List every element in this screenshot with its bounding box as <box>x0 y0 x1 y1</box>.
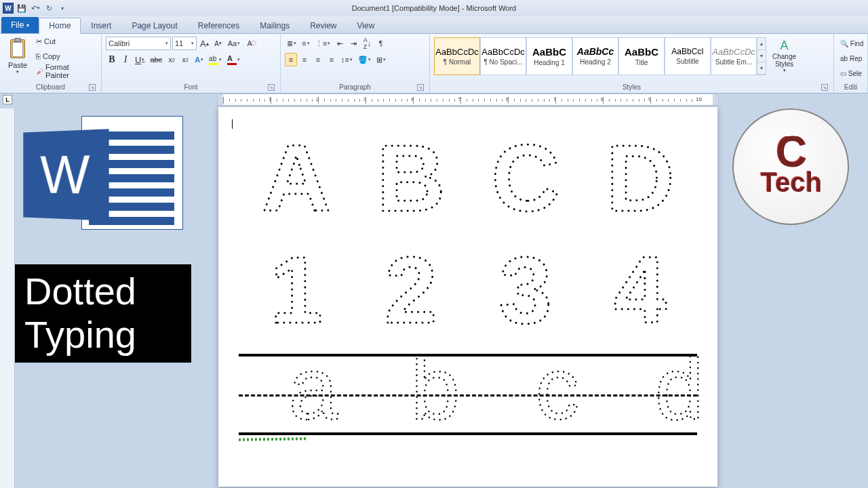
clear-formatting-button[interactable]: A◇ <box>243 37 256 50</box>
highlight-button[interactable]: ab▾ <box>207 53 224 66</box>
dialog-launcher-icon[interactable]: ↘ <box>417 84 424 91</box>
svg-text:D: D <box>606 127 674 227</box>
save-icon[interactable]: 💾 <box>16 3 27 14</box>
qat-more-icon[interactable]: ▾ <box>57 3 68 14</box>
strikethrough-button[interactable]: abc <box>148 53 164 66</box>
increase-indent-button[interactable]: ⇥ <box>347 37 359 50</box>
tab-page-layout[interactable]: Page Layout <box>121 17 187 33</box>
document-page[interactable]: ABCD 1234 abcd <box>218 107 717 487</box>
align-left-button[interactable]: ≡ <box>285 53 297 66</box>
word-logo-overlay: W <box>20 112 183 241</box>
replace-button[interactable]: ab Rep <box>838 52 863 65</box>
tab-view[interactable]: View <box>347 17 385 33</box>
style-nospaci[interactable]: AaBbCcDc¶ No Spaci... <box>480 37 526 75</box>
group-clipboard: Paste▾ ✂ Cut ⎘ Copy 🖌 Format Painter Cli… <box>0 34 102 93</box>
ribbon-tabs: File▾ Home Insert Page Layout References… <box>0 16 868 34</box>
horizontal-ruler[interactable]: 12345678910 <box>217 94 719 106</box>
undo-icon[interactable]: ↶▾ <box>30 3 41 14</box>
vertical-ruler[interactable] <box>0 108 15 488</box>
svg-text:3: 3 <box>499 239 552 339</box>
paste-button[interactable]: Paste▾ <box>4 36 31 77</box>
multilevel-button[interactable]: ⋮≡▾ <box>313 37 332 50</box>
text-effects-button[interactable]: A▾ <box>193 53 205 66</box>
subscript-button[interactable]: x2 <box>165 53 178 66</box>
paste-icon <box>7 38 28 61</box>
superscript-button[interactable]: x2 <box>179 53 191 66</box>
group-font: Calibri▾ 11▾ A▴ A▾ Aa▾ A◇ B I U▾ abc x2 … <box>102 34 281 93</box>
align-right-button[interactable]: ≡ <box>312 53 324 66</box>
svg-text:c: c <box>536 351 580 431</box>
shading-button[interactable]: 🪣▾ <box>356 53 373 66</box>
cut-button[interactable]: ✂ Cut <box>34 35 95 48</box>
svg-text:a: a <box>289 351 338 431</box>
group-label: Font↘ <box>106 82 276 93</box>
word-app-icon[interactable]: W <box>3 3 14 14</box>
scissors-icon: ✂ <box>36 37 42 46</box>
select-button[interactable]: ▭ Sele <box>838 66 863 80</box>
redo-icon[interactable]: ↻ <box>43 3 54 14</box>
find-button[interactable]: 🔍 Find <box>838 37 863 50</box>
style-title[interactable]: AaBbCTitle <box>618 37 665 75</box>
brush-icon: 🖌 <box>36 67 43 75</box>
text-cursor <box>232 119 233 129</box>
copy-button[interactable]: ⎘ Copy <box>34 49 95 63</box>
bucket-icon: 🪣 <box>358 56 368 64</box>
dotted-char: B <box>368 127 454 227</box>
tab-references[interactable]: References <box>188 17 250 33</box>
format-painter-button[interactable]: 🖌 Format Painter <box>34 64 95 78</box>
borders-button[interactable]: ⊞▾ <box>374 53 388 66</box>
copy-icon: ⎘ <box>36 52 41 60</box>
svg-text:1: 1 <box>270 239 323 339</box>
align-center-button[interactable]: ≡ <box>298 53 311 66</box>
dotted-char: b <box>388 351 483 431</box>
style-subtleem[interactable]: AaBbCcDcSubtle Em... <box>711 37 757 75</box>
dotted-char: 2 <box>368 239 454 339</box>
style-heading2[interactable]: AaBbCcHeading 2 <box>572 37 618 75</box>
shrink-font-button[interactable]: A▾ <box>212 37 224 50</box>
dialog-launcher-icon[interactable]: ↘ <box>268 84 275 91</box>
style-subtitle[interactable]: AaBbCcISubtitle <box>665 37 711 75</box>
ctech-logo-overlay: C Tech <box>732 108 849 225</box>
font-color-button[interactable]: A▾ <box>225 53 242 66</box>
tab-home[interactable]: Home <box>39 18 81 34</box>
font-name-select[interactable]: Calibri▾ <box>106 37 171 50</box>
svg-text:d: d <box>655 351 704 431</box>
grow-font-button[interactable]: A▴ <box>198 37 211 50</box>
dotted-char: c <box>510 351 605 431</box>
dotted-char: 3 <box>483 239 568 339</box>
dotted-char: C <box>483 127 568 227</box>
change-styles-button[interactable]: AChangeStyles▾ <box>769 37 800 75</box>
styles-more[interactable]: ▴▾▾ <box>757 37 766 75</box>
dotted-char: A <box>254 127 339 227</box>
numbering-button[interactable]: ≡▾ <box>300 37 312 50</box>
underline-button[interactable]: U▾ <box>133 53 146 66</box>
line-spacing-button[interactable]: ↕≡▾ <box>339 53 355 66</box>
group-editing: 🔍 Find ab Rep ▭ Sele Editi <box>834 34 868 93</box>
replace-icon: ab <box>840 55 848 62</box>
tab-file[interactable]: File▾ <box>1 17 39 33</box>
decrease-indent-button[interactable]: ⇤ <box>334 37 346 50</box>
group-label: Styles↘ <box>434 82 829 93</box>
change-case-button[interactable]: Aa▾ <box>226 37 242 50</box>
italic-button[interactable]: I <box>119 53 132 66</box>
show-marks-button[interactable]: ¶ <box>374 37 387 50</box>
style-normal[interactable]: AaBbCcDc¶ Normal <box>434 37 480 75</box>
tab-mailings[interactable]: Mailings <box>250 17 300 33</box>
font-size-select[interactable]: 11▾ <box>172 37 197 50</box>
justify-button[interactable]: ≡ <box>326 53 338 66</box>
style-heading1[interactable]: AaBbCHeading 1 <box>526 37 572 75</box>
tab-review[interactable]: Review <box>300 17 347 33</box>
tab-selector[interactable]: L <box>3 95 12 104</box>
svg-text:A: A <box>262 127 330 227</box>
group-paragraph: ≣▾ ≡▾ ⋮≡▾ ⇤ ⇥ AZ↓ ¶ ≡ ≡ ≡ ≡ ↕≡▾ 🪣▾ ⊞▾ Pa… <box>281 34 430 93</box>
sort-button[interactable]: AZ↓ <box>361 37 373 50</box>
select-icon: ▭ <box>840 70 846 77</box>
tab-insert[interactable]: Insert <box>81 17 121 33</box>
svg-text:C: C <box>491 127 559 227</box>
window-title: Document1 [Compatibility Mode] - Microso… <box>352 4 517 12</box>
bold-button[interactable]: B <box>106 53 118 66</box>
dialog-launcher-icon[interactable]: ↘ <box>89 84 96 91</box>
dialog-launcher-icon[interactable]: ↘ <box>821 84 828 91</box>
dotted-char: D <box>597 127 683 227</box>
bullets-button[interactable]: ≣▾ <box>285 37 298 50</box>
